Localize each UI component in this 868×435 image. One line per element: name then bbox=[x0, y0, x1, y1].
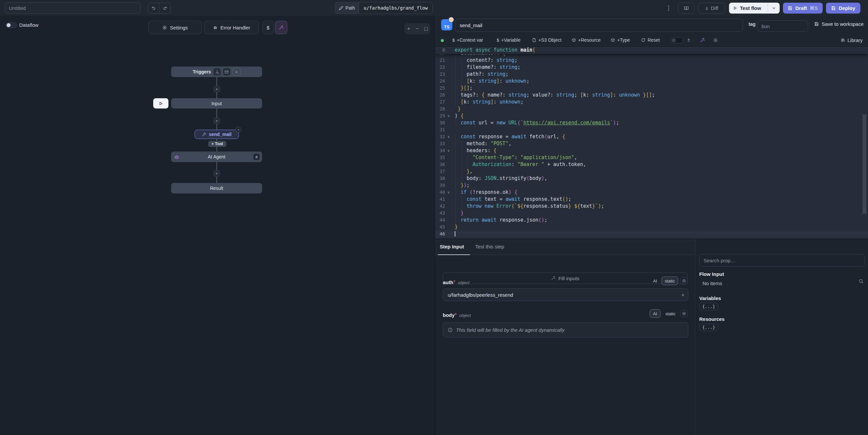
library-button[interactable]: Library bbox=[840, 37, 863, 43]
body-expression-button[interactable] bbox=[680, 310, 688, 317]
editor-scrollbar[interactable] bbox=[862, 115, 866, 214]
flow-editor-app: Path u/farhadglbs/grand_flow ± Diff Test… bbox=[0, 0, 868, 435]
play-icon bbox=[733, 6, 737, 10]
robot-icon bbox=[174, 154, 179, 159]
result-node[interactable]: Result bbox=[171, 183, 262, 193]
add-variable-button[interactable]: $+Variable bbox=[497, 37, 521, 43]
editor-toggle[interactable] bbox=[671, 37, 683, 43]
auth-field-label: auth*object bbox=[443, 280, 470, 285]
zoom-out-button[interactable]: − bbox=[413, 23, 422, 34]
tag-label: tag bbox=[748, 22, 755, 27]
zoom-in-button[interactable]: + bbox=[404, 23, 413, 34]
test-flow-button[interactable]: Test flow bbox=[729, 3, 765, 13]
insert-step-button-3[interactable]: + bbox=[213, 170, 220, 177]
auth-value-wrap: × bbox=[443, 288, 688, 301]
diff-mode-button[interactable]: ± bbox=[687, 37, 690, 42]
path-chip[interactable]: Path u/farhadglbs/grand_flow bbox=[335, 2, 433, 14]
tag-input[interactable] bbox=[757, 21, 808, 32]
webhook-icon bbox=[215, 70, 219, 74]
gear-icon bbox=[713, 38, 718, 43]
error-handler-button[interactable]: Error Handler bbox=[204, 21, 259, 34]
auth-resource-input[interactable] bbox=[443, 288, 688, 301]
dollar-icon: $ bbox=[453, 38, 455, 43]
deploy-label: Deploy bbox=[839, 5, 855, 11]
tab-step-input[interactable]: Step Input bbox=[440, 244, 464, 249]
body-mode-ai-button[interactable]: AI bbox=[650, 309, 660, 318]
auth-mode-static-button[interactable]: static bbox=[661, 277, 678, 285]
play-icon bbox=[158, 101, 163, 106]
undo-redo-group bbox=[148, 3, 171, 13]
magic-wand-icon bbox=[279, 25, 284, 30]
save-to-workspace-button[interactable]: Save to workspace bbox=[814, 21, 864, 27]
input-node[interactable]: Input bbox=[171, 98, 262, 108]
resources-heading: Resources bbox=[699, 316, 725, 322]
ai-assistant-button[interactable] bbox=[275, 21, 287, 34]
insert-step-button-1[interactable]: + bbox=[213, 86, 220, 92]
triggers-label: Triggers bbox=[193, 69, 211, 74]
clear-icon[interactable]: × bbox=[681, 292, 684, 298]
add-trigger-button[interactable]: + bbox=[232, 68, 241, 76]
fit-view-button[interactable] bbox=[422, 23, 430, 34]
plus-icon: + bbox=[215, 118, 218, 123]
draft-button[interactable]: Draft ⌘S bbox=[783, 3, 823, 13]
add-context-var-button[interactable]: $+Context var bbox=[453, 37, 483, 43]
auth-mode-ai-button[interactable]: AI bbox=[650, 277, 660, 285]
ai-agent-label: AI Agent bbox=[208, 154, 225, 159]
docs-button[interactable] bbox=[678, 3, 694, 13]
save-icon bbox=[831, 6, 836, 10]
body-field-label: body*object bbox=[443, 312, 471, 318]
step-name-input[interactable] bbox=[455, 19, 743, 32]
plus-icon: + bbox=[215, 171, 218, 176]
remove-tool-button[interactable]: × bbox=[236, 127, 241, 132]
variables-heading: Variables bbox=[699, 296, 721, 301]
tab-test-this-step[interactable]: Test this step bbox=[475, 244, 504, 249]
reset-button[interactable]: Reset bbox=[641, 37, 660, 43]
undo-button[interactable] bbox=[148, 3, 159, 13]
redo-button[interactable] bbox=[159, 3, 170, 13]
diff-button[interactable]: ± Diff bbox=[698, 3, 725, 13]
plusminus-icon: ± bbox=[706, 5, 708, 11]
draft-shortcut: ⌘S bbox=[810, 5, 818, 11]
run-flow-button[interactable] bbox=[153, 98, 168, 108]
variables-pill[interactable]: {...} bbox=[699, 303, 718, 310]
editor-settings-button[interactable] bbox=[713, 38, 718, 43]
ai-edit-button[interactable] bbox=[700, 38, 705, 43]
flow-canvas[interactable]: Dataflow Settings Error Handler $ + − Tr… bbox=[0, 16, 435, 435]
close-icon: × bbox=[237, 128, 239, 132]
save-to-workspace-label: Save to workspace bbox=[822, 21, 864, 27]
code-editor[interactable]: 20∨attachments?: {21content?: string;22f… bbox=[435, 46, 868, 239]
ai-agent-node[interactable]: AI Agent a bbox=[171, 152, 262, 162]
zoom-out-icon: − bbox=[415, 26, 418, 32]
auth-expression-button[interactable] bbox=[680, 277, 688, 284]
test-flow-split-button: Test flow bbox=[729, 3, 780, 13]
email-trigger-button[interactable] bbox=[223, 68, 230, 75]
step-input-panel: Fill inputs auth*object AI static × body… bbox=[435, 255, 695, 435]
deploy-button[interactable]: Deploy bbox=[826, 3, 860, 13]
sticky-code-line: 8export async function main( bbox=[435, 46, 868, 54]
search-runs-button[interactable] bbox=[858, 278, 864, 284]
more-menu-button[interactable] bbox=[666, 4, 671, 11]
dataflow-toggle[interactable] bbox=[6, 22, 17, 28]
book-icon bbox=[684, 6, 689, 11]
triggers-node[interactable]: Triggers + bbox=[171, 66, 262, 77]
package-icon bbox=[611, 38, 615, 42]
search-prop-input[interactable] bbox=[699, 254, 865, 267]
add-type-button[interactable]: +Type bbox=[611, 37, 630, 43]
dollar-icon: $ bbox=[497, 38, 499, 43]
resources-pill[interactable]: {...} bbox=[699, 323, 718, 331]
wrench-icon bbox=[202, 132, 206, 136]
body-mode-static-button[interactable]: static bbox=[662, 309, 679, 318]
send-mail-tool-node[interactable]: send_mail bbox=[194, 130, 239, 139]
flow-settings-button[interactable]: Settings bbox=[148, 21, 202, 34]
test-flow-dropdown-button[interactable] bbox=[768, 3, 780, 13]
insert-step-button-2[interactable]: + bbox=[213, 118, 220, 124]
add-s3-object-button[interactable]: +S3 Object bbox=[532, 37, 562, 43]
save-icon bbox=[814, 22, 819, 27]
auth-field-group bbox=[443, 278, 688, 328]
flow-title-input[interactable] bbox=[5, 2, 141, 13]
webhook-trigger-button[interactable] bbox=[213, 68, 221, 75]
dollar-button[interactable]: $ bbox=[262, 21, 274, 34]
step-tabbar: Step Input Test this step bbox=[435, 239, 695, 255]
add-tool-button[interactable]: + Tool bbox=[208, 141, 226, 147]
add-resource-button[interactable]: +Resource bbox=[571, 37, 600, 43]
